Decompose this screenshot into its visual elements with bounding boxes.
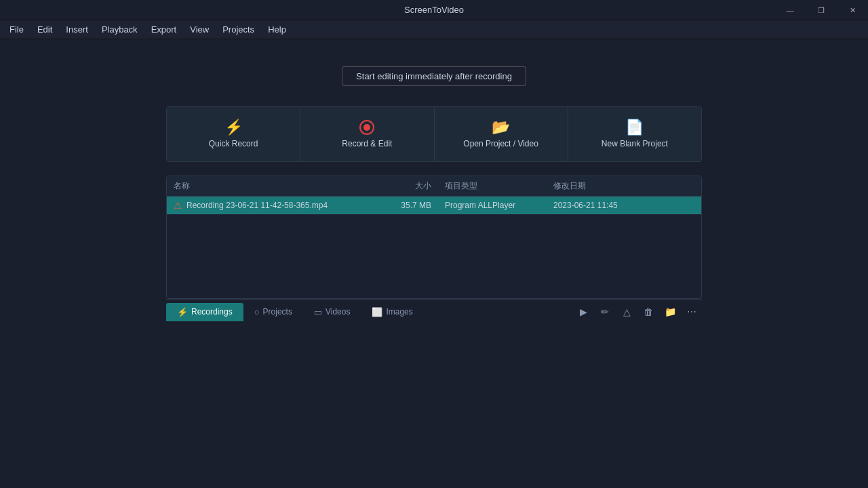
minimize-button[interactable]: — [774,0,806,20]
folder-icon: 📂 [492,120,510,135]
tab-videos[interactable]: ▭ Videos [303,303,361,321]
recordings-tab-label: Recordings [191,307,233,317]
maximize-button[interactable]: ❐ [806,0,837,20]
tab-recordings[interactable]: ⚡ Recordings [166,303,243,321]
file-date-cell: 2023-06-21 11:45 [553,201,694,210]
menu-item-projects[interactable]: Projects [216,22,261,37]
file-table-area: 名称 大小 项目类型 修改日期 ⚠ Recording 23-06-21 11-… [166,176,702,299]
window-controls: — ❐ ✕ [774,0,868,20]
videos-tab-label: Videos [326,307,350,317]
menu-item-file[interactable]: File [3,22,31,37]
table-body: ⚠ Recording 23-06-21 11-42-58-365.mp4 35… [167,197,701,298]
action-cards-container: ⚡ Quick Record Record & Edit 📂 Open Proj… [166,106,702,162]
images-tab-label: Images [386,307,412,317]
tab-projects[interactable]: ○ Projects [243,303,303,321]
delete-button[interactable]: 🗑 [638,302,658,321]
open-project-label: Open Project / Video [463,139,538,148]
menu-bar: FileEditInsertPlaybackExportViewProjects… [0,20,868,39]
file-name-cell: ⚠ Recording 23-06-21 11-42-58-365.mp4 [174,200,384,211]
app-title: ScreenToVideo [404,5,464,15]
file-size-cell: 35.7 MB [384,201,445,210]
open-project-card[interactable]: 📂 Open Project / Video [435,107,568,161]
quick-record-label: Quick Record [209,139,258,148]
main-content: Start editing immediately after recordin… [0,39,868,488]
menu-item-view[interactable]: View [183,22,216,37]
menu-item-insert[interactable]: Insert [59,22,95,37]
menu-item-help[interactable]: Help [261,22,293,37]
document-icon: 📄 [625,120,644,135]
projects-tab-icon: ○ [254,307,260,317]
col-header-date: 修改日期 [553,180,694,192]
projects-tab-label: Projects [263,307,292,317]
menu-item-playback[interactable]: Playback [95,22,144,37]
title-bar: ScreenToVideo — ❐ ✕ [0,0,868,20]
more-button[interactable]: ⋯ [682,302,702,321]
toggle-edit-button[interactable]: Start editing immediately after recordin… [342,66,526,86]
images-tab-icon: ⬜ [372,307,382,317]
convert-button[interactable]: △ [616,302,637,321]
recordings-tab-icon: ⚡ [177,307,188,317]
videos-tab-icon: ▭ [314,307,322,317]
table-row[interactable]: ⚠ Recording 23-06-21 11-42-58-365.mp4 35… [167,197,701,215]
menu-item-export[interactable]: Export [144,22,184,37]
tab-images[interactable]: ⬜ Images [361,303,423,321]
bottom-toolbar: ▶✏△🗑📁⋯ [573,302,702,321]
menu-item-edit[interactable]: Edit [31,22,59,37]
record-dot-icon [359,120,374,135]
new-blank-card[interactable]: 📄 New Blank Project [568,107,701,161]
tab-list: ⚡ Recordings ○ Projects ▭ Videos ⬜ Image… [166,303,573,321]
new-blank-label: New Blank Project [601,139,668,148]
table-header: 名称 大小 项目类型 修改日期 [167,176,701,197]
edit-button[interactable]: ✏ [595,302,615,321]
quick-record-card[interactable]: ⚡ Quick Record [167,107,300,161]
record-edit-label: Record & Edit [342,139,392,148]
close-button[interactable]: ✕ [837,0,868,20]
file-type-cell: Program ALLPlayer [445,201,553,210]
record-inner [363,124,370,131]
file-type-icon: ⚠ [174,200,182,211]
folder-button[interactable]: 📁 [660,302,680,321]
record-edit-card[interactable]: Record & Edit [300,107,434,161]
play-button[interactable]: ▶ [573,302,593,321]
lightning-icon: ⚡ [224,120,243,135]
col-header-type: 项目类型 [445,180,553,192]
file-name: Recording 23-06-21 11-42-58-365.mp4 [186,201,328,210]
col-header-name: 名称 [174,180,384,192]
bottom-bar: ⚡ Recordings ○ Projects ▭ Videos ⬜ Image… [166,299,702,321]
col-header-size: 大小 [384,180,445,192]
